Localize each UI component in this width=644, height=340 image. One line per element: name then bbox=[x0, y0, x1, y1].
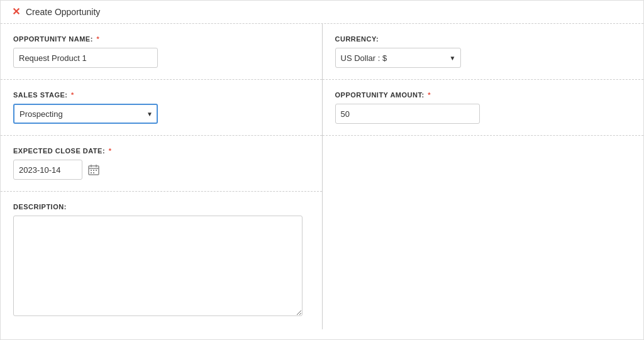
sales-stage-select[interactable]: Prospecting Qualification Needs Analysis… bbox=[13, 104, 158, 124]
opportunity-amount-input[interactable] bbox=[335, 104, 480, 124]
currency-section: CURRENCY: US Dollar : $ Euro : € British… bbox=[323, 24, 644, 80]
opportunity-name-section: OPPORTUNITY NAME: * bbox=[1, 24, 322, 80]
required-star-amount: * bbox=[426, 91, 431, 99]
expected-close-date-section: EXPECTED CLOSE DATE: * bbox=[1, 136, 322, 192]
required-star-stage: * bbox=[69, 91, 74, 99]
close-button[interactable]: ✕ bbox=[11, 7, 21, 17]
modal-container: ✕ Create Opportunity OPPORTUNITY NAME: *… bbox=[0, 0, 644, 340]
opportunity-amount-label: OPPORTUNITY AMOUNT: * bbox=[335, 91, 631, 99]
opportunity-name-label: OPPORTUNITY NAME: * bbox=[13, 35, 309, 43]
form-body: OPPORTUNITY NAME: * SALES STAGE: * Prosp… bbox=[1, 24, 643, 329]
sales-stage-section: SALES STAGE: * Prospecting Qualification… bbox=[1, 80, 322, 136]
date-wrapper bbox=[13, 160, 309, 180]
currency-wrapper: US Dollar : $ Euro : € British Pound : £… bbox=[335, 48, 461, 68]
modal-header: ✕ Create Opportunity bbox=[1, 1, 643, 24]
sales-stage-wrapper: Prospecting Qualification Needs Analysis… bbox=[13, 104, 158, 124]
right-col-empty-1 bbox=[323, 136, 644, 158]
description-section: DESCRIPTION: bbox=[1, 192, 322, 329]
currency-label: CURRENCY: bbox=[335, 35, 631, 43]
svg-rect-4 bbox=[91, 170, 92, 171]
form-right-col: CURRENCY: US Dollar : $ Euro : € British… bbox=[323, 24, 644, 329]
required-star-date: * bbox=[106, 147, 111, 155]
svg-rect-6 bbox=[96, 170, 97, 171]
svg-rect-5 bbox=[93, 170, 94, 171]
expected-close-date-label: EXPECTED CLOSE DATE: * bbox=[13, 147, 309, 155]
expected-close-date-input[interactable] bbox=[13, 160, 82, 180]
currency-select[interactable]: US Dollar : $ Euro : € British Pound : £ bbox=[335, 48, 461, 68]
description-label: DESCRIPTION: bbox=[13, 203, 309, 211]
right-col-empty-2 bbox=[323, 158, 644, 181]
close-icon: ✕ bbox=[12, 7, 20, 17]
sales-stage-label: SALES STAGE: * bbox=[13, 91, 309, 99]
description-textarea[interactable] bbox=[13, 216, 303, 316]
opportunity-name-input[interactable] bbox=[13, 48, 158, 68]
required-star: * bbox=[94, 35, 99, 43]
svg-rect-7 bbox=[91, 172, 92, 173]
opportunity-amount-section: OPPORTUNITY AMOUNT: * bbox=[323, 80, 644, 136]
modal-title: Create Opportunity bbox=[26, 7, 100, 17]
svg-rect-8 bbox=[93, 172, 94, 173]
calendar-icon[interactable] bbox=[86, 162, 101, 177]
form-left-col: OPPORTUNITY NAME: * SALES STAGE: * Prosp… bbox=[1, 24, 322, 329]
